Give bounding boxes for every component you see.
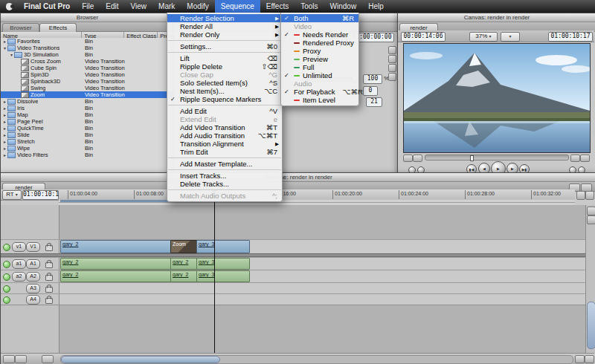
track-size-button[interactable] (42, 355, 54, 363)
menu-item-nest-item-s[interactable]: Nest Item(s)...⌥C (167, 87, 282, 95)
browser-row-dissolve[interactable]: ▸DissolveBin (1, 98, 174, 105)
menu-item-extend-edit[interactable]: Extend Edite (167, 115, 282, 123)
viewer-side-button[interactable] (388, 55, 396, 63)
menu-item-settings[interactable]: Settings...⌘0 (167, 42, 282, 51)
disclosure-triangle-icon[interactable]: ▸ (2, 112, 7, 117)
viewer-side-button[interactable] (388, 73, 396, 81)
track-visibility-light[interactable] (3, 296, 10, 304)
canvas-right-button[interactable] (570, 155, 580, 162)
browser-row-cross-zoom[interactable]: Cross ZoomVideo Transition (1, 58, 174, 65)
clip-gary-3[interactable]: gary_3 (196, 258, 250, 270)
menu-item-transition-alignment[interactable]: Transition Alignment▶ (167, 140, 282, 148)
disclosure-triangle-icon[interactable]: ▸ (2, 126, 7, 131)
value-field[interactable]: 21 (366, 97, 382, 107)
menu-item-unlimited[interactable]: ✓Unlimited (281, 71, 358, 79)
source-assign-v1[interactable]: v1 (12, 242, 26, 252)
clip-gary-2[interactable]: gary_2 (60, 258, 172, 270)
menu-item-ripple-sequence-markers[interactable]: ✓Ripple Sequence Markers (167, 95, 282, 103)
track-height-button[interactable] (587, 207, 595, 215)
bottom-right-button[interactable] (575, 355, 585, 363)
menu-item-add-audio-transition[interactable]: Add Audio Transition⌥⌘T (167, 131, 282, 140)
browser-row-video-transitions[interactable]: ▾Video TransitionsBin (1, 45, 174, 51)
viewer-side-button[interactable] (388, 64, 396, 72)
track-lock-icon[interactable] (45, 275, 53, 281)
browser-row-iris[interactable]: ▸IrisBin (1, 105, 174, 111)
disclosure-triangle-icon[interactable]: ▸ (2, 132, 7, 137)
track-lock-icon[interactable] (45, 287, 53, 293)
angle-field[interactable]: 0 (363, 86, 378, 96)
menu-item-render-all[interactable]: Render All▶ (167, 22, 282, 30)
menu-item-ripple-delete[interactable]: Ripple Delete⇧⌫ (167, 62, 282, 71)
browser-row-3d-simulation[interactable]: ▾3D SimulationBin (1, 51, 174, 58)
canvas-right-button-2[interactable] (580, 155, 590, 162)
timeline-playhead[interactable] (214, 194, 215, 353)
menu-item-insert-tracks[interactable]: Insert Tracks... (167, 172, 282, 180)
track-label-a3[interactable]: A3 (26, 284, 40, 293)
browser-row-stretch[interactable]: ▸StretchBin (1, 138, 174, 145)
canvas-left-button[interactable] (403, 155, 413, 162)
timeline-zoom-control[interactable] (3, 355, 15, 363)
timeline-timecode-field[interactable]: 01:00:10:17 (22, 190, 59, 200)
canvas-scrubber-playhead[interactable] (470, 155, 474, 161)
source-assign-a1[interactable]: a1 (12, 259, 26, 269)
zoom-amount-field[interactable]: 100 (363, 74, 382, 84)
browser-row-spinback3d[interactable]: Spinback3DVideo Transition (1, 78, 174, 85)
horizontal-scrollbar-thumb[interactable] (61, 356, 220, 363)
track-visibility-light[interactable] (3, 244, 10, 251)
track-height-button-2[interactable] (587, 215, 595, 224)
disclosure-triangle-icon[interactable]: ▸ (2, 105, 7, 111)
track-label-a2[interactable]: A2 (26, 272, 40, 282)
vertical-scrollbar-thumb[interactable] (587, 302, 595, 349)
menubar-item-mark[interactable]: Mark (152, 0, 181, 13)
browser-row-favorites[interactable]: ▸FavoritesBin (1, 38, 174, 45)
source-assign-a2[interactable]: a2 (12, 272, 26, 282)
browser-row-page-peel[interactable]: ▸Page PeelBin (1, 118, 174, 125)
ruler-corner-button[interactable] (576, 191, 585, 200)
menu-item-add-edit[interactable]: Add Edit^V (167, 107, 282, 115)
browser-row-zoom[interactable]: ZoomVideo Transition (1, 91, 174, 98)
menu-item-preview[interactable]: Preview (281, 55, 358, 63)
menu-item-solo-selected-item-s[interactable]: Solo Selected Item(s)^S (167, 79, 282, 87)
track-lock-icon[interactable] (45, 298, 53, 304)
timeline-ruler[interactable]: 01:00:04:0001:00:08:0001:00:12:0001:00:1… (59, 189, 575, 201)
ruler-corner-button-2[interactable] (585, 191, 594, 200)
disclosure-triangle-icon[interactable]: ▸ (2, 152, 7, 157)
track-label-a1[interactable]: A1 (26, 259, 40, 269)
menubar-item-view[interactable]: View (125, 0, 153, 13)
track-lane-a2[interactable]: a2A2gary_2gary_2gary_3 (1, 270, 585, 283)
disclosure-triangle-icon[interactable]: ▸ (2, 139, 7, 144)
menu-item-full[interactable]: Full (281, 63, 358, 71)
track-lane-v1[interactable]: v1V1gary_2Zoomgary_3 (1, 239, 585, 254)
clip-gary-2[interactable]: gary_2 (170, 258, 198, 270)
disclosure-triangle-icon[interactable]: ▸ (2, 99, 7, 104)
track-visibility-light[interactable] (3, 273, 10, 281)
browser-row-wipe[interactable]: ▸WipeBin (1, 145, 174, 152)
browser-titlebar[interactable]: Browser (1, 13, 174, 22)
menubar-item-sequence[interactable]: Sequence (215, 0, 260, 13)
menubar-item-final-cut-pro[interactable]: Final Cut Pro (18, 0, 76, 13)
track-lock-icon[interactable] (45, 245, 53, 251)
menu-item-needs-render[interactable]: ✓Needs Render (281, 30, 358, 39)
browser-row-swing[interactable]: SwingVideo Transition (1, 85, 174, 91)
browser-row-map[interactable]: ▸MapBin (1, 111, 174, 118)
menubar-item-help[interactable]: Help (362, 0, 390, 13)
menubar-item-effects[interactable]: Effects (260, 0, 295, 13)
menu-item-render-selection[interactable]: Render Selection▶ (167, 14, 282, 22)
track-label-v1[interactable]: V1 (26, 242, 40, 252)
canvas-zoom-popup[interactable]: 37% ▾ (469, 32, 498, 42)
browser-row-cube-spin[interactable]: Cube SpinVideo Transition (1, 65, 174, 71)
canvas-view-popup[interactable]: ▾ (501, 32, 520, 42)
browser-row-quicktime[interactable]: ▸QuickTimeBin (1, 125, 174, 131)
rt-popup[interactable]: RT ▾ (2, 190, 22, 200)
track-lane-a1[interactable]: a1A1gary_2gary_2gary_3 (1, 257, 585, 270)
clip-gary-3[interactable]: gary_3 (196, 240, 250, 253)
menu-item-render-only[interactable]: Render Only▶ (167, 30, 282, 39)
canvas-titlebar[interactable]: Canvas: render in render (398, 13, 595, 22)
menubar-item-window[interactable]: Window (324, 0, 363, 13)
canvas-duration-field[interactable]: 00:00:14:06 (401, 32, 446, 42)
apple-menu[interactable] (0, 0, 18, 13)
track-lock-icon[interactable] (45, 262, 53, 268)
clip-zoom[interactable]: Zoom (170, 240, 198, 253)
menubar-item-modify[interactable]: Modify (181, 0, 214, 13)
clip-gary-2[interactable]: gary_2 (170, 270, 198, 282)
